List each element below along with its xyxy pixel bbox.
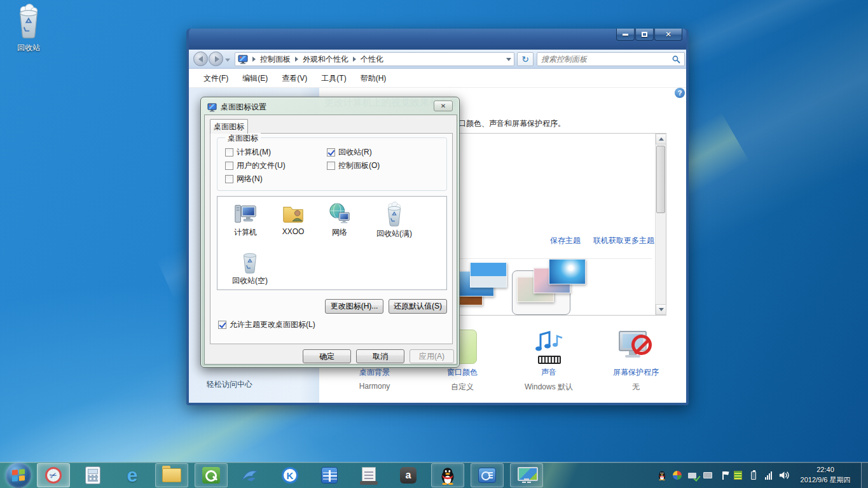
breadcrumb-item-control-panel[interactable]: 控制面板 <box>260 54 291 65</box>
back-icon <box>198 56 203 62</box>
dialog-close-button[interactable]: ✕ <box>434 101 453 111</box>
scroll-up-button[interactable] <box>656 134 666 144</box>
show-desktop-button[interactable] <box>861 463 868 488</box>
tray-software-manager-icon[interactable] <box>672 470 682 481</box>
taskbar-internet-explorer[interactable]: e <box>116 463 149 487</box>
tray-action-center-flag-icon[interactable] <box>717 470 728 481</box>
tray-input-indicator-icon[interactable] <box>733 470 743 481</box>
dialog-body: 桌面图标 桌面图标 计算机(M) 回收站(R) 用户的文件(U) <box>204 115 457 365</box>
checkbox-box[interactable] <box>327 162 335 170</box>
desktop-background-value: Harmony <box>333 382 417 391</box>
tab-desktop-icons[interactable]: 桌面图标 <box>210 119 248 134</box>
taskbar-display-settings[interactable] <box>510 463 543 487</box>
window-color-value: 自定义 <box>420 382 504 393</box>
dialog-titlebar[interactable]: 桌面图标设置 <box>207 101 427 113</box>
taskbar-calculator[interactable] <box>76 463 109 487</box>
history-dropdown-icon[interactable] <box>225 59 230 62</box>
change-icon-button[interactable]: 更改图标(H)... <box>325 299 383 314</box>
sounds-value: Windows 默认 <box>507 382 591 393</box>
taskbar-management-tool[interactable] <box>471 463 504 487</box>
save-theme-link[interactable]: 保存主题 <box>550 235 581 246</box>
minimize-button[interactable] <box>616 29 635 41</box>
preview-icon-network[interactable]: 网络 <box>317 202 362 238</box>
theme-thumbnail-selected[interactable] <box>512 256 601 316</box>
scroll-down-button[interactable] <box>656 304 666 315</box>
get-more-themes-link[interactable]: 联机获取更多主题 <box>593 235 654 246</box>
tray-usb-remove-icon[interactable] <box>687 470 698 481</box>
checkbox-label: 允许主题更改桌面图标(L) <box>230 319 315 330</box>
preview-icon-user-files[interactable]: XXOO <box>271 202 315 236</box>
tray-signal-icon[interactable] <box>763 470 774 481</box>
ok-button[interactable]: 确定 <box>303 349 351 363</box>
desktop-recycle-bin[interactable]: 回收站 <box>6 4 51 53</box>
help-button[interactable]: ? <box>675 88 685 98</box>
taskbar-system-monitor[interactable] <box>313 463 346 487</box>
clock-date: 2012/9/6 星期四 <box>794 475 857 485</box>
checkbox-recycle-bin[interactable]: 回收站(R) <box>327 147 372 158</box>
search-icon[interactable] <box>672 55 680 64</box>
preview-icon-recycle-empty[interactable]: 回收站(空) <box>221 249 279 286</box>
menu-view[interactable]: 查看(V) <box>275 69 314 88</box>
breadcrumb-item-appearance[interactable]: 外观和个性化 <box>303 54 348 65</box>
preview-label: 计算机 <box>221 227 270 238</box>
preview-icon-recycle-full[interactable]: 回收站(满) <box>362 202 426 239</box>
checkbox-user-files[interactable]: 用户的文件(U) <box>225 160 286 171</box>
sounds-link[interactable]: 声音 <box>507 367 591 378</box>
windows-logo-icon <box>12 469 25 481</box>
forward-button[interactable] <box>209 52 223 66</box>
checkbox-box[interactable] <box>225 175 233 183</box>
taskbar-thunder[interactable] <box>234 463 267 487</box>
breadcrumb-item-personalization[interactable]: 个性化 <box>361 54 383 65</box>
theme-image <box>470 262 507 288</box>
sounds-item[interactable]: 声音 Windows 默认 <box>507 328 591 393</box>
maximize-button[interactable] <box>635 29 654 41</box>
checkbox-control-panel[interactable]: 控制面板(O) <box>327 160 380 171</box>
taskbar-screen-magnifier[interactable] <box>195 463 228 487</box>
taskbar-text-list[interactable] <box>352 463 385 487</box>
checkbox-box[interactable] <box>225 148 233 157</box>
refresh-button[interactable]: ↻ <box>517 52 534 66</box>
taskbar-a-app[interactable]: a <box>392 463 425 487</box>
menu-tools[interactable]: 工具(T) <box>314 69 353 88</box>
taskbar-qq[interactable] <box>431 463 464 487</box>
tray-qq-icon[interactable] <box>656 470 667 481</box>
window-titlebar[interactable]: ✕ <box>189 29 686 50</box>
tray-battery-icon[interactable] <box>748 470 759 481</box>
scrollbar-thumb[interactable] <box>656 146 665 213</box>
tray-display-icon[interactable] <box>702 470 713 481</box>
checkbox-box-checked[interactable] <box>327 148 335 157</box>
screensaver-item[interactable]: 屏幕保护程序 无 <box>594 328 678 393</box>
search-input[interactable] <box>541 55 672 64</box>
close-button[interactable]: ✕ <box>654 29 682 41</box>
checkbox-box-checked[interactable] <box>218 321 226 329</box>
taskbar-screenshot-tool[interactable]: ✂ <box>37 463 70 487</box>
cancel-button[interactable]: 取消 <box>356 349 404 363</box>
tray-volume-icon[interactable] <box>778 470 789 481</box>
breadcrumb-dropdown-icon[interactable] <box>506 58 511 61</box>
start-button[interactable] <box>6 463 31 488</box>
menu-help[interactable]: 帮助(H) <box>354 69 394 88</box>
system-tray: 22:40 2012/9/6 星期四 <box>656 463 868 488</box>
screensaver-link[interactable]: 屏幕保护程序 <box>594 367 678 378</box>
taskbar-file-explorer[interactable] <box>155 463 188 487</box>
checkbox-allow-themes[interactable]: 允许主题更改桌面图标(L) <box>218 319 315 330</box>
sidebar-item-ease-of-access[interactable]: 轻松访问中心 <box>207 379 252 390</box>
menu-file[interactable]: 文件(F) <box>196 69 235 88</box>
preview-icon-computer[interactable]: 计算机 <box>221 202 270 238</box>
caption-buttons: ✕ <box>616 29 682 41</box>
window-color-link[interactable]: 窗口颜色 <box>420 367 504 378</box>
back-button[interactable] <box>193 52 208 66</box>
desktop-background-link[interactable]: 桌面背景 <box>333 367 417 378</box>
checkbox-computer[interactable]: 计算机(M) <box>225 147 271 158</box>
breadcrumb[interactable]: 控制面板 外观和个性化 个性化 <box>235 52 514 66</box>
taskbar-kugou[interactable]: K <box>273 463 307 487</box>
recycle-bin-icon <box>12 4 45 39</box>
group-label: 桌面图标 <box>225 133 261 144</box>
taskbar-clock[interactable]: 22:40 2012/9/6 星期四 <box>794 465 857 485</box>
checkbox-network[interactable]: 网络(N) <box>225 174 263 185</box>
theme-scrollbar[interactable] <box>655 134 666 315</box>
menu-edit[interactable]: 编辑(E) <box>235 69 275 88</box>
checkbox-box[interactable] <box>225 162 233 170</box>
theme-image <box>549 259 586 284</box>
restore-default-button[interactable]: 还原默认值(S) <box>389 299 447 314</box>
